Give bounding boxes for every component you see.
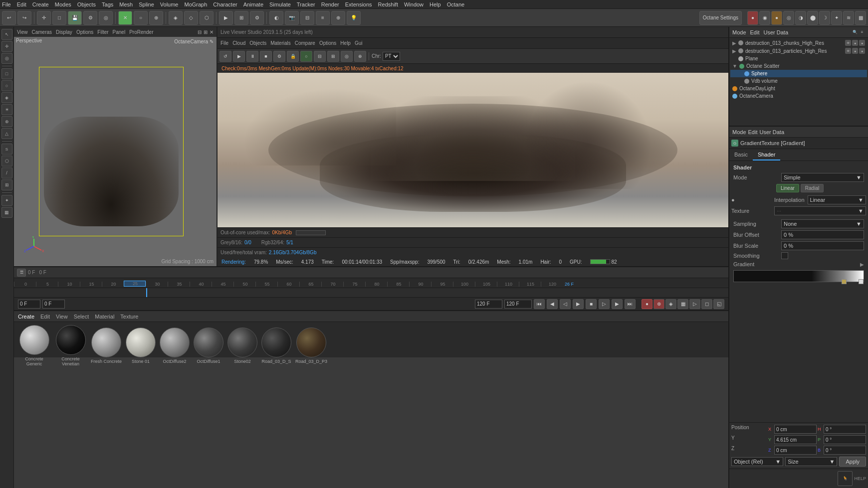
tool-snap[interactable]: ✦ xyxy=(1,195,12,206)
prev-frame-btn[interactable]: ◁ xyxy=(560,299,571,309)
tool-move[interactable]: ✛ xyxy=(1,41,12,52)
apply-button[interactable]: Apply xyxy=(839,457,866,467)
mat-tab-view[interactable]: View xyxy=(56,314,68,320)
tool-null[interactable]: ⊕ xyxy=(1,116,12,127)
scale-tool-button[interactable]: ⊕ xyxy=(149,11,163,25)
menu-item-objects[interactable]: Objects xyxy=(77,1,96,7)
mat-item-0[interactable]: Concrete Generic xyxy=(18,325,50,366)
octane-menu-file[interactable]: File xyxy=(220,40,228,46)
octane-menu-help[interactable]: Help xyxy=(340,40,351,46)
edit-mode-button[interactable]: ◇ xyxy=(184,11,198,25)
oct-pin-btn[interactable]: ◎ xyxy=(341,51,353,62)
viewport-icon-minimize[interactable]: ⊟ xyxy=(198,29,202,35)
gradient-display-bar[interactable] xyxy=(733,270,864,282)
oct-tog-5[interactable]: ◑ xyxy=(795,11,806,25)
oct-tog-4[interactable]: ◎ xyxy=(783,11,794,25)
help-button[interactable]: 🧍 xyxy=(838,471,853,486)
oct-loc-btn[interactable]: ⊕ xyxy=(354,51,366,62)
viewport-layout-button[interactable]: ⊟ xyxy=(300,11,314,25)
menu-item-help[interactable]: Help xyxy=(430,1,441,7)
mat-item-5[interactable]: OctDiffuse1 xyxy=(194,327,223,364)
menu-item-animate[interactable]: Animate xyxy=(243,1,263,7)
oct-tog-1[interactable]: ● xyxy=(747,11,758,25)
tool-uv[interactable]: ▦ xyxy=(1,207,12,218)
rotate-tool-button[interactable]: ○ xyxy=(134,11,148,25)
smoothing-checkbox[interactable] xyxy=(781,252,788,259)
oct-tog-2[interactable]: ◉ xyxy=(759,11,770,25)
mat-item-3[interactable]: Stone 01 xyxy=(126,327,156,364)
viewport-camera-button[interactable]: 📷 xyxy=(285,11,299,25)
save-button[interactable]: 💾 xyxy=(68,11,82,25)
obj-dot2-icon-1[interactable]: ● xyxy=(852,48,858,54)
timeline-track[interactable] xyxy=(14,288,728,297)
octane-menu-options[interactable]: Options xyxy=(319,40,336,46)
oct-tog-9[interactable]: ≋ xyxy=(843,11,854,25)
octane-menu-gui[interactable]: Gui xyxy=(355,40,363,46)
obj-row-5[interactable]: Vdb volume xyxy=(730,77,867,85)
oct-tog-3[interactable]: ● xyxy=(771,11,782,25)
menu-item-file[interactable]: File xyxy=(2,1,11,7)
mat-tab-edit[interactable]: Edit xyxy=(40,314,50,320)
play-to-start-btn[interactable]: ⏮ xyxy=(534,299,545,309)
key-mode-btn[interactable]: ◈ xyxy=(665,299,676,309)
viewport-tab-cameras[interactable]: Cameras xyxy=(32,29,52,35)
menu-item-character[interactable]: Character xyxy=(213,1,237,7)
viewport-tab-view[interactable]: View xyxy=(17,29,28,35)
attr-header-mode[interactable]: Mode xyxy=(732,129,746,135)
tool-polygon[interactable]: △ xyxy=(1,128,12,139)
render-queue-btn[interactable]: ▷ xyxy=(689,299,700,309)
obj-header-edit[interactable]: Edit xyxy=(750,29,760,35)
menu-item-window[interactable]: Window xyxy=(404,1,424,7)
viewport-tab-panel[interactable]: Panel xyxy=(113,29,126,35)
tool-light[interactable]: ☀ xyxy=(1,104,12,115)
new-object-button[interactable]: □ xyxy=(52,11,66,25)
mat-item-2[interactable]: Fresh Concrete xyxy=(91,327,122,364)
octane-settings-btn[interactable]: Octane Settings xyxy=(699,11,742,25)
polygon-mode-button[interactable]: ⬡ xyxy=(200,11,214,25)
obj-row-6[interactable]: OctaneDayLight xyxy=(730,85,867,92)
record-btn[interactable]: ● xyxy=(642,299,652,309)
oct-tog-8[interactable]: ✦ xyxy=(831,11,842,25)
oct-tog-6[interactable]: ⬤ xyxy=(807,11,818,25)
menu-item-mograph[interactable]: MoGraph xyxy=(185,1,208,7)
oct-tog-7[interactable]: ☽ xyxy=(819,11,830,25)
mat-tab-create[interactable]: Create xyxy=(18,314,34,320)
tool-mograph[interactable]: ⊞ xyxy=(1,179,12,190)
frame-start-input[interactable] xyxy=(18,300,40,309)
render-active-button[interactable]: ◎ xyxy=(99,11,113,25)
viewport-tab-prorender[interactable]: ProRender xyxy=(129,29,153,35)
octane-menu-materials[interactable]: Materials xyxy=(270,40,291,46)
move-tool-button[interactable]: ✕ xyxy=(118,11,132,25)
tool-paint[interactable]: S xyxy=(1,144,12,155)
oct-region-btn[interactable]: ⊟ xyxy=(314,51,326,62)
oct-tog-10[interactable]: ▩ xyxy=(855,11,866,25)
menu-item-volume[interactable]: Volume xyxy=(160,1,179,7)
menu-item-create[interactable]: Create xyxy=(32,1,49,7)
redo-button[interactable]: ↪ xyxy=(17,11,31,25)
sampling-dropdown[interactable]: None▼ xyxy=(781,219,864,228)
next-keyframe-btn[interactable]: ▶ xyxy=(612,299,623,309)
oct-gear-btn[interactable]: ⚙ xyxy=(273,51,285,62)
viewport-3d-canvas[interactable]: Perspective X Y xyxy=(14,37,217,266)
obj-dot3-icon-1[interactable]: ● xyxy=(859,48,865,54)
obj-row-0[interactable]: ▶ destruction_013_chunks_High_Res 👁 ● ● xyxy=(730,39,867,47)
obj-eye-icon-1[interactable]: 👁 xyxy=(845,48,851,54)
obj-header-mode[interactable]: Mode xyxy=(732,29,746,35)
pos-y-field[interactable]: 4.615 cm xyxy=(774,435,817,444)
rot-h-value[interactable]: 0 ° xyxy=(824,425,866,434)
viewport-icon-close[interactable]: ✕ xyxy=(210,29,214,35)
menu-item-redshift[interactable]: Redshift xyxy=(378,1,398,7)
viewport-tab-display[interactable]: Display xyxy=(56,29,72,35)
blur-offset-value[interactable]: 0 % xyxy=(781,230,864,239)
undo-button[interactable]: ↩ xyxy=(2,11,16,25)
oct-reset-btn[interactable]: ↺ xyxy=(219,51,231,62)
attr-header-user-data[interactable]: User Data xyxy=(760,129,785,135)
viewer-btn[interactable]: ◻ xyxy=(701,299,712,309)
size-mode-dropdown[interactable]: Size▼ xyxy=(785,457,837,466)
mat-item-7[interactable]: Road_03_D_S xyxy=(261,327,291,364)
obj-row-1[interactable]: ▶ destruction_013_particles_High_Res 👁 ●… xyxy=(730,47,867,55)
viewport-icon-maximize[interactable]: ⊞ xyxy=(204,29,208,35)
snap-button[interactable]: ⊕ xyxy=(331,11,345,25)
obj-row-4[interactable]: Sphere xyxy=(730,70,867,77)
menu-item-extensions[interactable]: Extensions xyxy=(345,1,372,7)
